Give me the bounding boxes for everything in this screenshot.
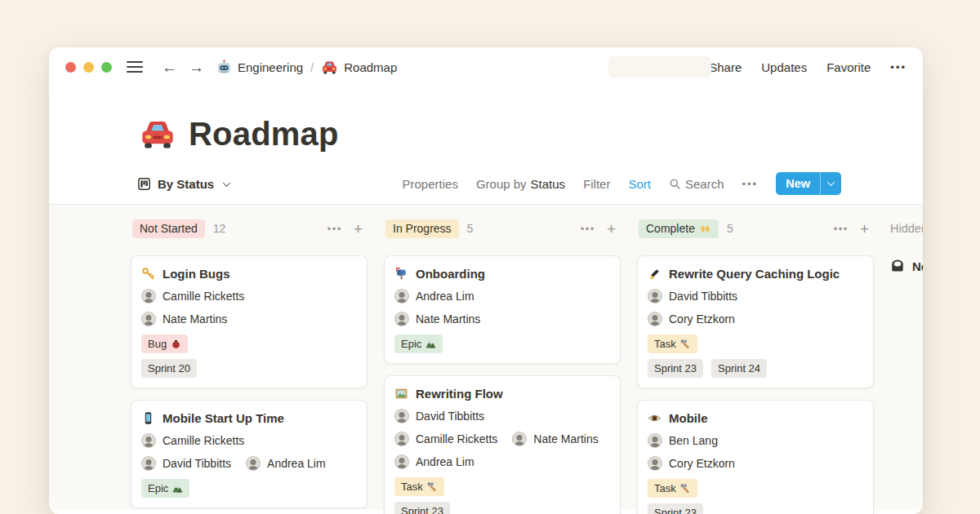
person-name: Camille Ricketts [163,434,244,447]
avatar [141,456,156,471]
tag-task[interactable]: Task [648,479,697,498]
column-count: 5 [467,222,474,235]
forward-button[interactable]: → [189,60,204,75]
column-status-pill[interactable]: In Progress [385,219,459,238]
sort-button[interactable]: Sort [628,177,651,191]
person-chip[interactable]: Nate Martins [512,432,598,446]
person-chip[interactable]: Andrea Lim [246,456,326,471]
tag-epic[interactable]: Epic [141,479,189,498]
search-button[interactable]: Search [669,177,724,191]
column-add-button[interactable]: + [607,221,616,237]
breadcrumb: Engineering / Roadmap [216,59,397,76]
tag-task[interactable]: Task [648,335,697,353]
avatar [648,312,662,326]
page-icon-car[interactable] [139,115,176,153]
no-status-label: No Status [912,259,923,273]
person-chip[interactable]: Andrea Lim [394,454,474,469]
view-label: By Status [158,177,214,191]
avatar [141,312,156,326]
traffic-light-zoom[interactable] [101,62,112,73]
share-button[interactable]: Share [709,60,742,74]
kanban-card-mobile-start-up-time[interactable]: Mobile Start Up Time Camille Ricketts Da… [131,400,368,508]
filter-button[interactable]: Filter [583,177,610,191]
column-status-pill[interactable]: Complete [639,219,719,238]
updates-button[interactable]: Updates [761,60,807,74]
board-column-complete: Complete 5 ••• + Rewrite Query Caching L… [637,218,874,514]
search-label: Search [685,177,724,191]
person-chip[interactable]: Camille Ricketts [141,433,244,448]
person-chip[interactable]: Camille Ricketts [141,289,244,304]
properties-button[interactable]: Properties [403,177,458,191]
tag-task[interactable]: Task [394,477,444,496]
person-name: Nate Martins [533,432,598,445]
hammer-icon [427,481,438,492]
toolbar-more-button[interactable]: ••• [742,178,759,190]
group-by-value: Status [531,177,566,191]
tag-bug[interactable]: Bug [141,335,188,353]
back-button[interactable]: ← [162,60,177,75]
card-title: Mobile [669,411,708,425]
column-header: Complete 5 ••• + [637,218,874,239]
column-more-button[interactable]: ••• [581,223,595,235]
card-title: Login Bugs [163,267,230,281]
person-chip[interactable]: Ben Lang [648,433,718,448]
person-chip[interactable]: Cory Etzkorn [648,456,735,471]
kanban-card-rewriting-flow[interactable]: Rewriting Flow David Tibbitts Camille Ri… [384,375,621,514]
avatar [648,433,662,448]
group-by-button[interactable]: Group by Status [476,177,565,191]
column-header: In Progress 5 ••• + [384,218,621,239]
hidden-columns-label[interactable]: Hidden [890,218,923,239]
kanban-card-rewrite-query-caching-logic[interactable]: Rewrite Query Caching Logic David Tibbit… [637,255,874,388]
person-chip[interactable]: David Tibbitts [141,456,231,471]
tag-sprint[interactable]: Sprint 20 [141,359,197,378]
topbar-actions: Share Updates Favorite ••• [709,60,906,74]
sidebar-menu-icon[interactable] [127,61,143,73]
kanban-card-login-bugs[interactable]: Login Bugs Camille Ricketts Nate Martins… [131,255,368,388]
person-chip[interactable]: Cory Etzkorn [648,312,735,326]
person-chip[interactable]: David Tibbitts [394,409,484,423]
group-by-prefix: Group by [476,177,527,191]
breadcrumb-workspace[interactable]: Engineering [216,60,303,75]
page-title[interactable]: Roadmap [189,116,339,153]
avatar [394,289,409,304]
kanban-card-onboarding[interactable]: Onboarding Andrea Lim Nate Martins Epic [384,255,621,364]
person-name: David Tibbitts [669,290,737,303]
column-status-pill[interactable]: Not Started [132,219,205,238]
new-button[interactable]: New [776,172,841,195]
no-status-group[interactable]: No Status [890,259,923,273]
person-chip[interactable]: Nate Martins [394,312,480,326]
tag-sprint[interactable]: Sprint 23 [394,502,450,514]
topbar: ← → Engineering / Roadmap Share Updates … [49,47,923,86]
search-icon [669,178,681,190]
breadcrumb-workspace-label: Engineering [238,60,303,74]
tag-epic[interactable]: Epic [394,335,443,353]
avatar [394,432,409,446]
hammer-icon [680,339,691,349]
column-count: 12 [213,222,226,235]
person-chip[interactable]: Andrea Lim [394,289,474,304]
traffic-light-close[interactable] [65,62,76,73]
person-chip[interactable]: Nate Martins [141,312,227,326]
breadcrumb-page[interactable]: Roadmap [321,59,397,76]
tag-sprint[interactable]: Sprint 23 [648,359,703,378]
new-dropdown-button[interactable] [820,172,841,195]
column-add-button[interactable]: + [860,221,869,237]
column-add-button[interactable]: + [354,221,363,237]
column-more-button[interactable]: ••• [327,223,342,235]
traffic-light-minimize[interactable] [83,62,94,73]
view-switcher[interactable]: By Status [137,177,229,191]
kanban-card-mobile[interactable]: Mobile Ben Lang Cory Etzkorn Task Sprint… [637,400,874,514]
avatar [512,432,527,446]
raised-hands-icon [699,223,711,235]
more-button[interactable]: ••• [890,61,906,73]
tag-sprint[interactable]: Sprint 23 [648,503,703,514]
kanban-board: Not Started 12 ••• + Login Bugs Camille … [49,204,923,509]
person-chip[interactable]: David Tibbitts [648,289,737,304]
avatar [648,456,662,471]
favorite-button[interactable]: Favorite [826,60,871,74]
column-more-button[interactable]: ••• [834,223,849,235]
view-toolbar: By Status Properties Group by Status Fil… [137,171,841,196]
tag-sprint[interactable]: Sprint 24 [711,359,767,378]
avatar [141,433,156,448]
person-chip[interactable]: Camille Ricketts [394,432,497,446]
